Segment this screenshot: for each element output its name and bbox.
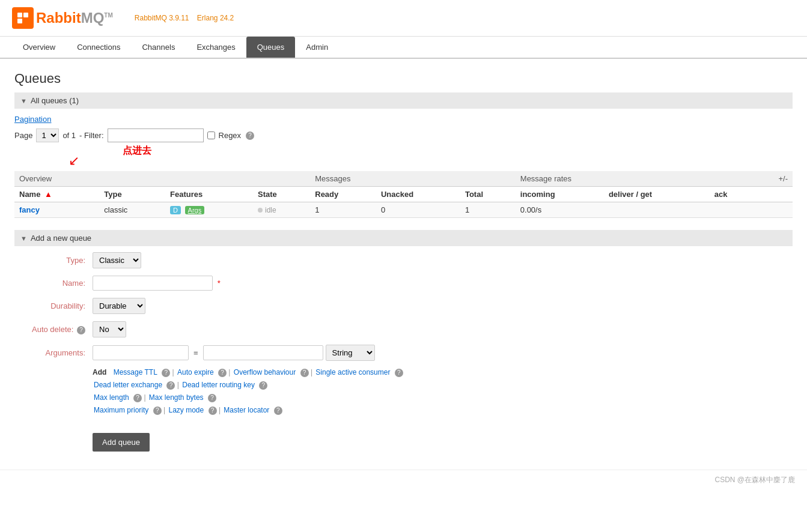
add-queue-form: Type: Classic Quorum Name: * Durability:…: [14, 252, 793, 452]
maximum-priority-help[interactable]: ?: [153, 407, 162, 415]
col-unacked: Unacked: [376, 187, 460, 202]
state-idle: idle: [258, 206, 305, 214]
nav-admin[interactable]: Admin: [295, 37, 339, 58]
nav-connections[interactable]: Connections: [66, 37, 131, 58]
plus-minus-btn[interactable]: +/-: [755, 171, 793, 187]
name-input[interactable]: [93, 276, 213, 291]
type-row: Type: Classic Quorum: [14, 252, 793, 268]
dead-letter-exchange-help[interactable]: ?: [166, 381, 175, 390]
header: RabbitMQTM RabbitMQ 3.9.11 Erlang 24.2: [0, 0, 807, 37]
add-queue-label: Add a new queue: [31, 234, 91, 243]
version-info: RabbitMQ 3.9.11 Erlang 24.2: [135, 14, 234, 22]
max-length-help[interactable]: ?: [133, 394, 142, 402]
queue-ready-cell: 1: [310, 202, 376, 218]
annotation-area: 点进去 ↙: [14, 151, 793, 169]
add-queue-arrow: ▼: [20, 235, 27, 242]
col-ready: Ready: [310, 187, 376, 202]
queue-features-cell: D Args: [165, 202, 253, 218]
add-queue-button[interactable]: Add queue: [93, 433, 150, 452]
durability-row: Durability: Durable Transient: [14, 298, 793, 314]
name-control: *: [93, 276, 221, 291]
main-content: Queues ▼ All queues (1) Pagination Page …: [0, 59, 807, 464]
arguments-control: = String Number Boolean: [93, 345, 375, 361]
collapse-arrow: ▼: [20, 97, 27, 104]
auto-delete-help[interactable]: ?: [77, 326, 85, 334]
col-ack: ack: [710, 187, 755, 202]
pagination-controls: Page 1 of 1 - Filter: Regex ?: [14, 128, 793, 142]
regex-checkbox[interactable]: [207, 131, 215, 139]
name-row: Name: *: [14, 276, 793, 291]
queue-name-link[interactable]: fancy: [19, 205, 40, 214]
auto-delete-select[interactable]: No Yes: [93, 321, 126, 337]
max-length-bytes-help[interactable]: ?: [208, 394, 216, 402]
feature-args-link[interactable]: Args: [185, 206, 205, 214]
queue-incoming-cell: 0.00/s: [516, 202, 604, 218]
lazy-mode-help[interactable]: ?: [209, 407, 217, 415]
all-queues-label: All queues (1): [31, 96, 79, 105]
link-single-active-consumer[interactable]: Single active consumer: [315, 368, 390, 376]
auto-delete-row: Auto delete: ? No Yes: [14, 321, 793, 337]
auto-expire-help[interactable]: ?: [218, 369, 227, 377]
queue-name-cell: fancy: [14, 202, 99, 218]
pagination-label[interactable]: Pagination: [14, 115, 793, 124]
all-queues-section-header[interactable]: ▼ All queues (1): [14, 92, 793, 109]
arguments-key-input[interactable]: [93, 345, 189, 360]
add-queue-section-header[interactable]: ▼ Add a new queue: [14, 230, 793, 246]
arguments-val-input[interactable]: [203, 345, 323, 360]
col-state: State: [253, 187, 310, 202]
type-control: Classic Quorum: [93, 252, 141, 268]
auto-delete-label: Auto delete: ?: [14, 325, 93, 334]
link-message-ttl[interactable]: Message TTL: [114, 368, 157, 376]
type-select[interactable]: Classic Quorum: [93, 252, 141, 268]
equals-sign: =: [191, 348, 201, 357]
logo: RabbitMQTM: [12, 7, 113, 29]
link-maximum-priority[interactable]: Maximum priority: [94, 406, 148, 414]
link-dead-letter-exchange[interactable]: Dead letter exchange: [94, 381, 162, 389]
filter-input[interactable]: [108, 128, 204, 142]
master-locator-help[interactable]: ?: [274, 407, 282, 415]
annotation-text: 点进去: [123, 145, 151, 157]
message-ttl-help[interactable]: ?: [162, 369, 170, 377]
single-active-consumer-help[interactable]: ?: [395, 369, 403, 377]
col-incoming: incoming: [516, 187, 604, 202]
regex-help[interactable]: ?: [246, 131, 254, 140]
page-label: Page: [14, 131, 32, 140]
regex-label: Regex: [219, 131, 242, 140]
name-label: Name:: [14, 279, 93, 288]
durability-select[interactable]: Durable Transient: [93, 298, 145, 314]
svg-rect-0: [17, 13, 22, 17]
col-name[interactable]: Name ▲: [14, 187, 99, 202]
erlang-version: Erlang 24.2: [197, 14, 234, 22]
col-total: Total: [460, 187, 516, 202]
link-max-length-bytes[interactable]: Max length bytes: [149, 393, 204, 402]
durability-control: Durable Transient: [93, 298, 145, 314]
link-max-length[interactable]: Max length: [94, 393, 129, 402]
svg-rect-3: [23, 20, 25, 22]
link-master-locator[interactable]: Master locator: [224, 406, 269, 414]
overflow-behaviour-help[interactable]: ?: [300, 369, 309, 377]
page-select[interactable]: 1: [36, 128, 59, 142]
dead-letter-routing-key-help[interactable]: ?: [259, 381, 267, 390]
required-star: *: [218, 279, 221, 288]
auto-delete-control: No Yes: [93, 321, 126, 337]
nav-queues[interactable]: Queues: [246, 37, 296, 58]
type-label: Type:: [14, 256, 93, 265]
add-queue-btn-area: Add queue: [93, 425, 793, 452]
nav-channels[interactable]: Channels: [131, 37, 186, 58]
group-message-rates: Message rates: [516, 171, 755, 187]
add-label: Add: [93, 368, 106, 376]
link-dead-letter-routing-key[interactable]: Dead letter routing key: [182, 381, 255, 389]
queue-ack-cell: [710, 202, 755, 218]
group-overview: Overview: [14, 171, 310, 187]
svg-rect-4: [26, 20, 28, 22]
nav-exchanges[interactable]: Exchanges: [186, 37, 246, 58]
nav-overview[interactable]: Overview: [12, 37, 66, 58]
logo-icon: [12, 7, 34, 29]
link-auto-expire[interactable]: Auto expire: [177, 368, 214, 376]
table-row: fancy classic D Args idle 1 0 1 0.00/s: [14, 202, 793, 218]
arguments-row: Arguments: = String Number Boolean: [14, 345, 793, 361]
arguments-type-select[interactable]: String Number Boolean: [326, 345, 375, 361]
queue-type-cell: classic: [99, 202, 165, 218]
link-lazy-mode[interactable]: Lazy mode: [168, 406, 204, 414]
link-overflow-behaviour[interactable]: Overflow behaviour: [234, 368, 296, 376]
